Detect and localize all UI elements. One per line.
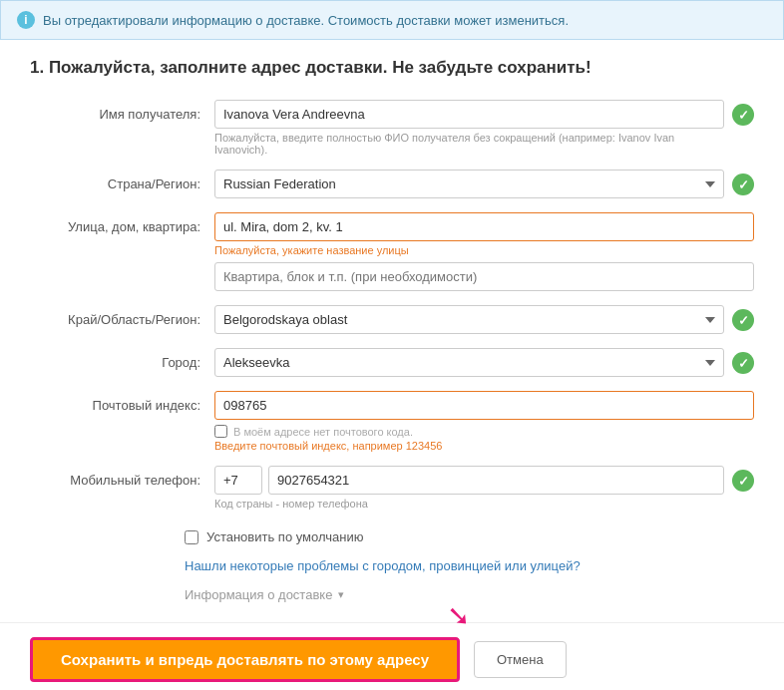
no-postal-label: В моём адресе нет почтового кода. <box>233 426 413 438</box>
postal-field-inner: В моём адресе нет почтового кода. Введит… <box>214 391 754 452</box>
street-field-inner: Пожалуйста, укажите название улицы <box>214 212 754 291</box>
region-field-wrap: Belgorodskaya oblast <box>214 305 754 334</box>
country-label: Страна/Регион: <box>30 170 214 191</box>
no-postal-checkbox[interactable] <box>214 425 227 438</box>
city-field-inner: Alekseevka <box>214 348 724 377</box>
postal-field-wrap: В моём адресе нет почтового кода. Введит… <box>214 391 754 452</box>
recipient-field-wrap: Пожалуйста, введите полностью ФИО получа… <box>214 100 754 156</box>
street-input[interactable] <box>214 212 754 241</box>
save-button-wrap: ➘ Сохранить и впредь доставлять по этому… <box>30 637 460 682</box>
country-field-inner: Russian Federation <box>214 170 724 198</box>
default-label: Установить по умолчанию <box>206 529 363 544</box>
postal-error: Введите почтовый индекс, например 123456 <box>214 440 754 452</box>
delivery-info-label: Информация о доставке <box>185 587 332 602</box>
cancel-button[interactable]: Отмена <box>474 641 567 678</box>
city-row: Город: Alekseevka <box>30 348 754 377</box>
street-label: Улица, дом, квартира: <box>30 212 214 234</box>
country-check-icon <box>732 173 754 195</box>
phone-field-inner: Код страны - номер телефона <box>214 466 724 510</box>
default-checkbox[interactable] <box>185 530 198 544</box>
recipient-hint: Пожалуйста, введите полностью ФИО получа… <box>214 132 724 156</box>
form-area: Имя получателя: Пожалуйста, введите полн… <box>0 100 784 510</box>
no-postal-check-row: В моём адресе нет почтового кода. <box>214 425 754 438</box>
region-label: Край/Область/Регион: <box>30 305 214 327</box>
postal-input[interactable] <box>214 391 754 420</box>
region-field-inner: Belgorodskaya oblast <box>214 305 724 334</box>
problem-link[interactable]: Нашли некоторые проблемы с городом, пров… <box>0 558 784 573</box>
region-check-icon <box>732 309 754 331</box>
recipient-label: Имя получателя: <box>30 100 214 122</box>
country-row: Страна/Регион: Russian Federation <box>30 170 754 198</box>
info-icon: i <box>17 11 35 29</box>
country-field-wrap: Russian Federation <box>214 170 754 198</box>
apt-input[interactable] <box>214 262 754 291</box>
section-title: 1. Пожалуйста, заполните адрес доставки.… <box>0 58 784 78</box>
street-field-wrap: Пожалуйста, укажите название улицы <box>214 212 754 291</box>
postal-row: Почтовый индекс: В моём адресе нет почто… <box>30 391 754 452</box>
arrow-indicator: ➘ <box>447 599 470 632</box>
city-select[interactable]: Alekseevka <box>214 348 724 377</box>
default-check-row: Установить по умолчанию <box>0 523 784 550</box>
actions-row: ➘ Сохранить и впредь доставлять по этому… <box>0 622 784 690</box>
city-field-wrap: Alekseevka <box>214 348 754 377</box>
region-row: Край/Область/Регион: Belgorodskaya oblas… <box>30 305 754 334</box>
phone-hint: Код страны - номер телефона <box>214 498 724 510</box>
country-select[interactable]: Russian Federation <box>214 170 724 198</box>
city-label: Город: <box>30 348 214 370</box>
delivery-info-row[interactable]: Информация о доставке ▾ <box>0 587 784 602</box>
banner-text: Вы отредактировали информацию о доставке… <box>43 13 569 28</box>
recipient-row: Имя получателя: Пожалуйста, введите полн… <box>30 100 754 156</box>
save-button[interactable]: Сохранить и впредь доставлять по этому а… <box>30 637 460 682</box>
phone-prefix-input[interactable] <box>214 466 262 495</box>
recipient-input[interactable] <box>214 100 724 129</box>
recipient-check-icon <box>732 104 754 126</box>
phone-row: Мобильный телефон: Код страны - номер те… <box>30 466 754 510</box>
phone-row-wrap <box>214 466 724 495</box>
info-banner: i Вы отредактировали информацию о достав… <box>0 0 784 40</box>
recipient-field-inner: Пожалуйста, введите полностью ФИО получа… <box>214 100 724 156</box>
city-check-icon <box>732 352 754 374</box>
phone-field-wrap: Код страны - номер телефона <box>214 466 754 510</box>
street-error: Пожалуйста, укажите название улицы <box>214 244 754 256</box>
region-select[interactable]: Belgorodskaya oblast <box>214 305 724 334</box>
postal-label: Почтовый индекс: <box>30 391 214 413</box>
phone-label: Мобильный телефон: <box>30 466 214 488</box>
phone-number-input[interactable] <box>268 466 724 495</box>
chevron-down-icon: ▾ <box>338 588 344 601</box>
street-row: Улица, дом, квартира: Пожалуйста, укажит… <box>30 212 754 291</box>
phone-check-icon <box>732 470 754 492</box>
